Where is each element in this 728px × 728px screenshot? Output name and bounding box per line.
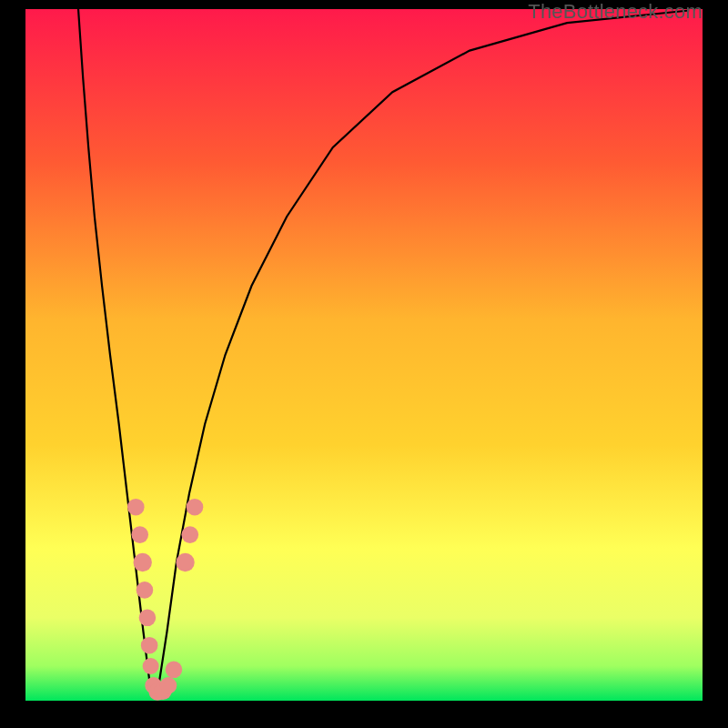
chart-frame: TheBottleneck.com <box>0 0 728 728</box>
data-dot <box>136 581 154 599</box>
data-dot <box>187 499 204 516</box>
data-dot <box>160 677 177 694</box>
data-dot <box>166 662 183 679</box>
data-dot <box>139 610 157 627</box>
data-dot <box>141 637 158 654</box>
data-dot <box>143 658 159 674</box>
plot-background <box>25 9 703 701</box>
data-dot <box>134 553 152 571</box>
bottleneck-chart <box>0 0 728 728</box>
data-dot <box>176 553 194 571</box>
data-dot <box>131 526 148 543</box>
watermark-text: TheBottleneck.com <box>528 0 703 24</box>
data-dot <box>127 499 145 516</box>
data-dot <box>181 526 198 543</box>
